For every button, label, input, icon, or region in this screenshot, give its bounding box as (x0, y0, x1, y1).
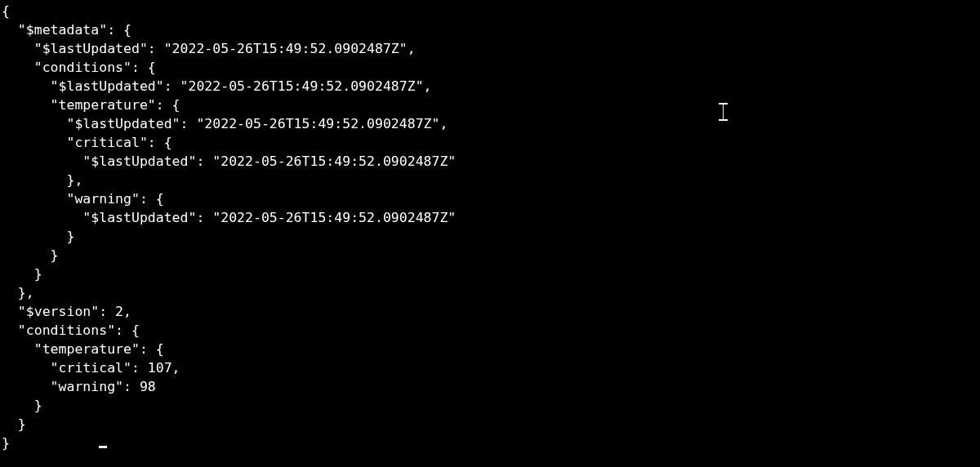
code-line: "temperature": { (2, 97, 180, 113)
code-line: "$lastUpdated": "2022-05-26T15:49:52.090… (2, 78, 432, 94)
code-line: { (2, 3, 10, 19)
code-line: } (2, 229, 74, 244)
code-line: "conditions": { (2, 322, 140, 338)
code-line: } (2, 398, 42, 413)
code-line: "warning": { (2, 191, 164, 207)
code-line: "$version": 2, (2, 304, 131, 319)
code-line: } (2, 435, 10, 451)
code-line: "critical": 107, (2, 360, 180, 376)
code-line: "$lastUpdated": "2022-05-26T15:49:52.090… (2, 41, 416, 56)
code-line: "$lastUpdated": "2022-05-26T15:49:52.090… (2, 116, 448, 131)
code-line: "$lastUpdated": "2022-05-26T15:49:52.090… (2, 210, 456, 225)
code-line: } (2, 416, 26, 432)
code-line: "critical": { (2, 135, 172, 150)
code-line: "warning": 98 (2, 379, 156, 394)
code-line: } (2, 266, 42, 282)
code-line: "$lastUpdated": "2022-05-26T15:49:52.090… (2, 153, 456, 169)
terminal-output[interactable]: { "$metadata": { "$lastUpdated": "2022-0… (2, 2, 980, 452)
code-line: }, (2, 285, 34, 300)
code-line: }, (2, 172, 82, 188)
code-line: } (2, 247, 59, 263)
code-line: "$metadata": { (2, 22, 131, 38)
code-line: "conditions": { (2, 60, 156, 75)
code-line: "temperature": { (2, 341, 164, 357)
terminal-caret (99, 446, 107, 448)
